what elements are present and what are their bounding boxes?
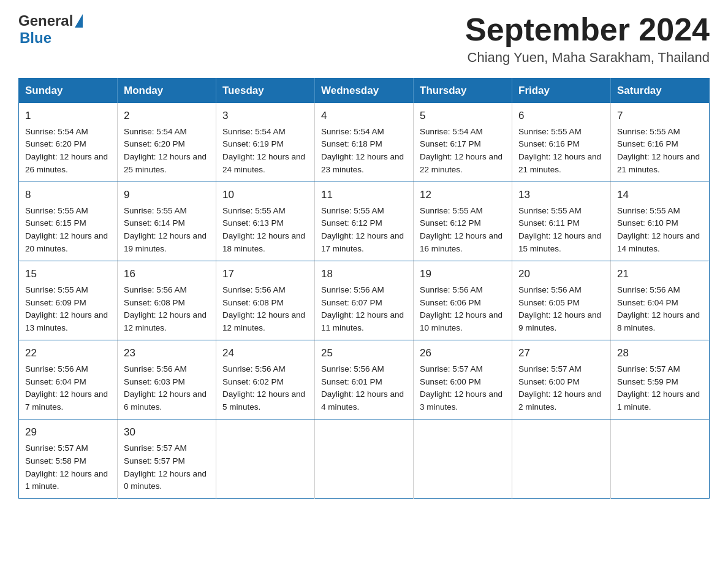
day-number: 9	[124, 187, 210, 203]
calendar-week-row: 29Sunrise: 5:57 AMSunset: 5:58 PMDayligh…	[19, 419, 710, 499]
day-number: 5	[420, 108, 506, 124]
day-number: 4	[321, 108, 407, 124]
logo: General Blue	[18, 12, 83, 47]
day-number: 21	[617, 266, 703, 282]
weekday-header-friday: Friday	[512, 79, 611, 104]
calendar-day-cell: 23Sunrise: 5:56 AMSunset: 6:03 PMDayligh…	[118, 340, 216, 419]
day-number: 12	[420, 187, 506, 203]
calendar-day-cell: 7Sunrise: 5:55 AMSunset: 6:16 PMDaylight…	[611, 103, 710, 182]
weekday-header-tuesday: Tuesday	[216, 79, 315, 104]
calendar-day-cell: 2Sunrise: 5:54 AMSunset: 6:20 PMDaylight…	[118, 103, 216, 182]
logo-triangle-icon	[75, 14, 83, 28]
calendar-day-cell	[611, 419, 710, 499]
calendar-day-cell: 3Sunrise: 5:54 AMSunset: 6:19 PMDaylight…	[216, 103, 315, 182]
calendar-day-cell: 8Sunrise: 5:55 AMSunset: 6:15 PMDaylight…	[19, 182, 118, 261]
calendar-day-cell: 17Sunrise: 5:56 AMSunset: 6:08 PMDayligh…	[216, 261, 315, 340]
calendar-day-cell	[216, 419, 315, 499]
day-number: 23	[124, 345, 210, 361]
day-number: 22	[25, 345, 111, 361]
day-number: 16	[124, 266, 210, 282]
day-number: 1	[25, 108, 111, 124]
day-number: 11	[321, 187, 407, 203]
calendar-day-cell: 29Sunrise: 5:57 AMSunset: 5:58 PMDayligh…	[19, 419, 118, 499]
calendar-day-cell: 27Sunrise: 5:57 AMSunset: 6:00 PMDayligh…	[512, 340, 611, 419]
calendar-day-cell: 30Sunrise: 5:57 AMSunset: 5:57 PMDayligh…	[118, 419, 216, 499]
calendar-day-cell: 1Sunrise: 5:54 AMSunset: 6:20 PMDaylight…	[19, 103, 118, 182]
calendar-day-cell: 22Sunrise: 5:56 AMSunset: 6:04 PMDayligh…	[19, 340, 118, 419]
day-number: 24	[222, 345, 308, 361]
calendar-day-cell	[315, 419, 414, 499]
day-number: 14	[617, 187, 703, 203]
calendar-day-cell: 18Sunrise: 5:56 AMSunset: 6:07 PMDayligh…	[315, 261, 414, 340]
calendar-day-cell: 20Sunrise: 5:56 AMSunset: 6:05 PMDayligh…	[512, 261, 611, 340]
day-number: 18	[321, 266, 407, 282]
calendar-day-cell: 9Sunrise: 5:55 AMSunset: 6:14 PMDaylight…	[118, 182, 216, 261]
calendar-day-cell: 6Sunrise: 5:55 AMSunset: 6:16 PMDaylight…	[512, 103, 611, 182]
calendar-day-cell: 16Sunrise: 5:56 AMSunset: 6:08 PMDayligh…	[118, 261, 216, 340]
title-block: September 2024 Chiang Yuen, Maha Sarakha…	[465, 12, 710, 66]
day-number: 13	[518, 187, 604, 203]
calendar-day-cell: 5Sunrise: 5:54 AMSunset: 6:17 PMDaylight…	[414, 103, 512, 182]
calendar-day-cell: 19Sunrise: 5:56 AMSunset: 6:06 PMDayligh…	[414, 261, 512, 340]
day-number: 29	[25, 424, 111, 440]
day-number: 27	[518, 345, 604, 361]
day-number: 30	[124, 424, 210, 440]
day-number: 7	[617, 108, 703, 124]
page-header: General Blue September 2024 Chiang Yuen,…	[18, 12, 710, 66]
calendar-day-cell: 10Sunrise: 5:55 AMSunset: 6:13 PMDayligh…	[216, 182, 315, 261]
calendar-table: SundayMondayTuesdayWednesdayThursdayFrid…	[18, 78, 710, 499]
day-number: 6	[518, 108, 604, 124]
calendar-week-row: 22Sunrise: 5:56 AMSunset: 6:04 PMDayligh…	[19, 340, 710, 419]
weekday-header-thursday: Thursday	[414, 79, 512, 104]
day-number: 28	[617, 345, 703, 361]
calendar-week-row: 8Sunrise: 5:55 AMSunset: 6:15 PMDaylight…	[19, 182, 710, 261]
calendar-day-cell: 4Sunrise: 5:54 AMSunset: 6:18 PMDaylight…	[315, 103, 414, 182]
weekday-header-row: SundayMondayTuesdayWednesdayThursdayFrid…	[19, 79, 710, 104]
logo-blue-text: Blue	[20, 29, 51, 46]
day-number: 15	[25, 266, 111, 282]
calendar-day-cell: 13Sunrise: 5:55 AMSunset: 6:11 PMDayligh…	[512, 182, 611, 261]
weekday-header-wednesday: Wednesday	[315, 79, 414, 104]
day-number: 10	[222, 187, 308, 203]
day-number: 20	[518, 266, 604, 282]
day-number: 2	[124, 108, 210, 124]
calendar-day-cell: 21Sunrise: 5:56 AMSunset: 6:04 PMDayligh…	[611, 261, 710, 340]
calendar-day-cell: 11Sunrise: 5:55 AMSunset: 6:12 PMDayligh…	[315, 182, 414, 261]
calendar-day-cell: 15Sunrise: 5:55 AMSunset: 6:09 PMDayligh…	[19, 261, 118, 340]
calendar-day-cell: 28Sunrise: 5:57 AMSunset: 5:59 PMDayligh…	[611, 340, 710, 419]
day-number: 8	[25, 187, 111, 203]
calendar-week-row: 1Sunrise: 5:54 AMSunset: 6:20 PMDaylight…	[19, 103, 710, 182]
logo-general-text: General	[18, 12, 73, 29]
calendar-day-cell: 14Sunrise: 5:55 AMSunset: 6:10 PMDayligh…	[611, 182, 710, 261]
location-subtitle: Chiang Yuen, Maha Sarakham, Thailand	[465, 50, 710, 66]
day-number: 19	[420, 266, 506, 282]
calendar-week-row: 15Sunrise: 5:55 AMSunset: 6:09 PMDayligh…	[19, 261, 710, 340]
month-year-title: September 2024	[465, 12, 710, 47]
day-number: 3	[222, 108, 308, 124]
day-number: 25	[321, 345, 407, 361]
weekday-header-saturday: Saturday	[611, 79, 710, 104]
calendar-day-cell: 25Sunrise: 5:56 AMSunset: 6:01 PMDayligh…	[315, 340, 414, 419]
calendar-day-cell	[414, 419, 512, 499]
weekday-header-monday: Monday	[118, 79, 216, 104]
day-number: 17	[222, 266, 308, 282]
calendar-day-cell	[512, 419, 611, 499]
day-number: 26	[420, 345, 506, 361]
weekday-header-sunday: Sunday	[19, 79, 118, 104]
calendar-day-cell: 12Sunrise: 5:55 AMSunset: 6:12 PMDayligh…	[414, 182, 512, 261]
calendar-day-cell: 24Sunrise: 5:56 AMSunset: 6:02 PMDayligh…	[216, 340, 315, 419]
calendar-day-cell: 26Sunrise: 5:57 AMSunset: 6:00 PMDayligh…	[414, 340, 512, 419]
